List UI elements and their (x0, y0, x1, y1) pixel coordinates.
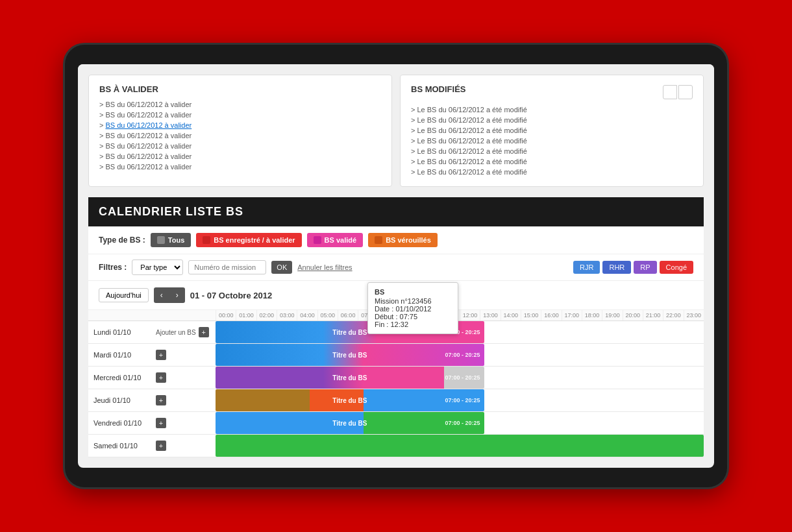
time-slot-label: 18:00 (582, 310, 602, 320)
bs-valider-title: BS À VALIDER (99, 84, 381, 94)
time-slot-label: 20:00 (623, 310, 643, 320)
tooltip-debut: Début : 07:75 (375, 313, 451, 320)
mission-number-input[interactable] (188, 260, 266, 274)
bs-valider-panel: BS À VALIDER BS du 06/12/2012 à valider … (88, 75, 392, 187)
top-panels: BS À VALIDER BS du 06/12/2012 à valider … (78, 64, 714, 197)
time-slot-label: 16:00 (541, 310, 561, 320)
list-item: BS du 06/12/2012 à valider (99, 130, 381, 141)
bs-modifies-panel: BS MODIFIÉS < > Le BS du 06/12/2012 a ét… (400, 75, 704, 187)
btn-enregistre[interactable]: BS enregistré / à valider (196, 233, 301, 247)
row-timeline: Titre du BS07:00 - 20:25 (216, 367, 704, 389)
list-item[interactable]: BS du 06/12/2012 à valider (99, 120, 381, 130)
filtres-row: Filtres : Par type OK Annuler les filtre… (88, 254, 704, 281)
list-item: BS du 06/12/2012 à valider (99, 162, 381, 172)
btn-tous[interactable]: Tous (151, 233, 191, 247)
verrouille-color-dot (375, 236, 382, 244)
time-slot-label: 17:00 (562, 310, 582, 320)
add-bs-button[interactable]: + (156, 418, 166, 428)
list-item: BS du 06/12/2012 à valider (99, 110, 381, 120)
bs-bar[interactable]: Titre du BS07:00 - 20:25 (216, 344, 484, 366)
type-filter-row: Type de BS : Tous BS enregistré / à vali… (88, 226, 704, 254)
calendar-row: Samedi 01/10+ (88, 435, 704, 457)
row-action: + (153, 435, 216, 457)
bs-bar[interactable]: Titre du BS07:00 - 20:25 (216, 367, 484, 389)
bs-bar[interactable]: Titre du BS07:00 - 20:25 (216, 412, 484, 434)
row-day-label: Lundi 01/10 (88, 321, 153, 343)
rjr-button[interactable]: RJR (573, 261, 600, 274)
today-button[interactable]: Aujourd'hui (99, 288, 149, 302)
row-timeline: Titre du BS07:00 - 20:25 (216, 344, 704, 366)
tablet-screen: BS À VALIDER BS du 06/12/2012 à valider … (78, 64, 714, 468)
bs-modifies-next-button[interactable]: > (678, 85, 693, 99)
calendar-rows: Lundi 01/10Ajouter un BS+Titre du BS07:0… (88, 321, 704, 457)
row-day-label: Jeudi 01/10 (88, 389, 153, 411)
bar-title: Titre du BS (332, 374, 367, 381)
add-bs-button[interactable]: + (156, 372, 166, 383)
time-slot-label: 13:00 (480, 310, 500, 320)
bar-title: Titre du BS (332, 352, 367, 359)
time-slot-label: 15:00 (521, 310, 541, 320)
rhr-button[interactable]: RHR (602, 261, 631, 274)
ok-button[interactable]: OK (271, 261, 292, 274)
time-slot-label: 01:00 (236, 310, 256, 320)
row-action: + (153, 344, 216, 366)
time-slot-label: 02:00 (256, 310, 277, 320)
row-day-label: Samedi 01/10 (88, 435, 153, 457)
bar-title: Titre du BS (332, 329, 367, 336)
tooltip-date: Date : 01/10/2012 (375, 305, 451, 313)
add-bs-button[interactable]: + (156, 350, 166, 360)
btn-valide[interactable]: BS validé (307, 233, 364, 247)
filtres-label: Filtres : (99, 263, 127, 272)
add-bs-link[interactable]: Ajouter un BS (156, 329, 196, 336)
enregistre-color-dot (203, 236, 210, 244)
prev-week-button[interactable]: ‹ (154, 287, 169, 303)
bs-modifies-prev-button[interactable]: < (663, 85, 677, 99)
row-timeline (216, 435, 704, 457)
time-slot-label: 00:00 (216, 310, 236, 320)
filter-type-select[interactable]: Par type (132, 260, 183, 275)
add-bs-button[interactable]: + (156, 441, 166, 451)
row-action: + (153, 412, 216, 434)
bs-modifies-list: Le BS du 06/12/2012 a été modifié Le BS … (411, 104, 693, 177)
tooltip-popup: BS Mission n°123456 Date : 01/10/2012 Dé… (367, 282, 458, 334)
right-buttons: RJR RHR RP Congé (573, 261, 693, 274)
list-item: BS du 06/12/2012 à valider (99, 151, 381, 162)
conge-button[interactable]: Congé (660, 261, 693, 274)
calendar-header: CALENDRIER LISTE BS (88, 197, 704, 226)
btn-verrouille[interactable]: BS vérouillés (368, 233, 438, 247)
bar-time: 07:00 - 20:25 (445, 374, 480, 381)
time-slot-label: 23:00 (684, 310, 704, 320)
bs-bar[interactable] (216, 435, 704, 457)
rp-button[interactable]: RP (634, 261, 656, 274)
calendar-title: CALENDRIER LISTE BS (99, 205, 243, 218)
calendar-row: Vendredi 01/10+Titre du BS07:00 - 20:25 (88, 412, 704, 435)
bar-title: Titre du BS (332, 420, 367, 427)
list-item: Le BS du 06/12/2012 a été modifié (411, 136, 693, 146)
row-action: + (153, 389, 216, 411)
calendar-row: Mardi 01/10+Titre du BS07:00 - 20:25 (88, 344, 704, 367)
bs-bar[interactable]: Titre du BS07:00 - 20:25 (216, 389, 484, 411)
list-item: Le BS du 06/12/2012 a été modifié (411, 146, 693, 156)
bar-time: 07:00 - 20:25 (445, 420, 480, 426)
list-item: BS du 06/12/2012 à valider (99, 141, 381, 151)
time-slot-label: 14:00 (501, 310, 521, 320)
bar-time: 07:00 - 20:25 (445, 352, 480, 358)
valide-color-dot (314, 236, 321, 244)
bar-time: 07:00 - 20:25 (445, 397, 480, 404)
date-range: 01 - 07 Octobre 2012 (190, 291, 272, 300)
calendar-row: Jeudi 01/10+Titre du BS07:00 - 20:25 (88, 389, 704, 412)
bs-modifies-title: BS MODIFIÉS (411, 84, 466, 94)
time-slot-label: 21:00 (643, 310, 663, 320)
time-slot-label: 03:00 (277, 310, 297, 320)
next-week-button[interactable]: › (169, 287, 185, 303)
add-bs-button[interactable]: + (156, 395, 166, 405)
tooltip-mission: Mission n°123456 (375, 297, 451, 305)
bs-valider-list: BS du 06/12/2012 à valider BS du 06/12/2… (99, 99, 381, 172)
calendar-section: CALENDRIER LISTE BS Type de BS : Tous BS… (88, 197, 704, 457)
add-bs-button[interactable]: + (199, 327, 209, 337)
row-timeline: Titre du BS07:00 - 20:25 (216, 321, 704, 343)
list-item: Le BS du 06/12/2012 a été modifié (411, 115, 693, 125)
time-slot-label: 22:00 (663, 310, 683, 320)
annuler-filtres-button[interactable]: Annuler les filtres (297, 263, 352, 271)
row-action: Ajouter un BS+ (153, 321, 216, 343)
